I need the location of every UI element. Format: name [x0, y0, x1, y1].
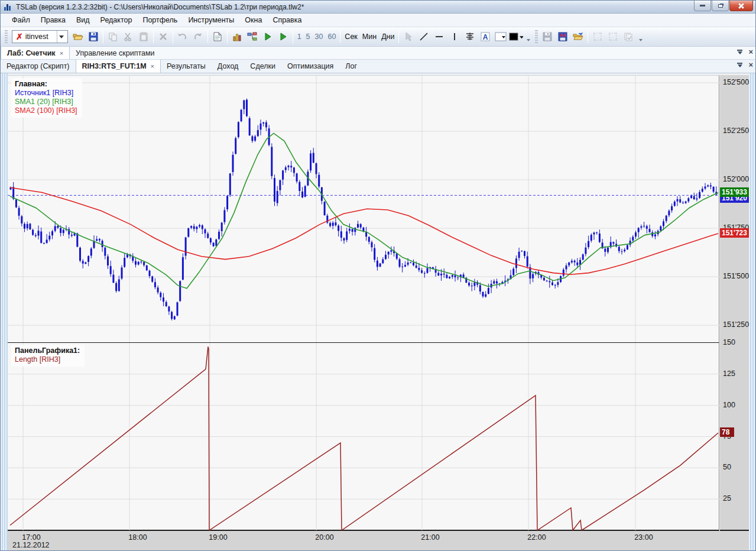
- indicator-legend: ПанельГрафика1:Length [RIH3]: [11, 345, 85, 367]
- time-tick-label: 22:00: [524, 533, 550, 542]
- itinvest-logo-icon: ✗: [16, 33, 23, 41]
- view-tabs: Редактор (Скрипт)RIH3:RTS_FUT:1M×Результ…: [1, 60, 756, 73]
- draw-levels-button[interactable]: [463, 30, 477, 44]
- menu-3[interactable]: Вид: [71, 14, 95, 26]
- save-layout-button: [540, 30, 554, 44]
- toolbar-separator: [207, 30, 208, 43]
- diagonal-line-icon: [419, 32, 429, 41]
- properties-button[interactable]: [210, 30, 225, 44]
- time-axis[interactable]: 21.12.2012 17:0018:0019:0020:0021:0022:0…: [8, 531, 749, 550]
- menu-4[interactable]: Редактор: [95, 14, 138, 26]
- bar-chart-icon: [232, 32, 242, 41]
- doc-tab-label: Лаб: Счетчик: [7, 49, 56, 57]
- view-tab-5[interactable]: Сделки: [244, 60, 281, 73]
- restore-button[interactable]: [712, 1, 729, 11]
- tab-menu-icon[interactable]: [737, 50, 742, 54]
- schema-button[interactable]: [245, 30, 259, 44]
- toolbar-separator: [398, 30, 399, 43]
- time-tick-label: 19:00: [205, 533, 231, 542]
- save-button[interactable]: [86, 30, 100, 44]
- menu-6[interactable]: Инструменты: [183, 14, 239, 26]
- floppy-icon: [543, 32, 552, 41]
- account-dropdown-arrow[interactable]: [57, 31, 66, 43]
- close-button[interactable]: [729, 1, 753, 11]
- fib-levels-icon: [465, 32, 475, 41]
- toolbar-separator: [293, 30, 293, 43]
- group-select-button: [590, 30, 605, 44]
- copy-pages-icon: [108, 32, 118, 41]
- view-tab-4[interactable]: Доход: [212, 60, 245, 73]
- save-as-button[interactable]: AS: [556, 30, 570, 44]
- copy-button: [106, 30, 120, 44]
- doc-tab-2[interactable]: Управление скриптами: [70, 47, 161, 59]
- view-tab-1[interactable]: Редактор (Скрипт): [1, 60, 76, 73]
- view-tab-2[interactable]: RIH3:RTS_FUT:1M×: [76, 60, 161, 73]
- toolbar-separator: [340, 30, 340, 43]
- play-icon: [279, 32, 287, 41]
- account-combo[interactable]: ✗ itinvest: [12, 30, 68, 43]
- view-tab-7[interactable]: Лог: [339, 60, 363, 73]
- view-tab-6[interactable]: Оптимизация: [281, 60, 339, 73]
- price-chart-panel[interactable]: Главная:Источник1 [RIH3]SMA1 (20) [RIH3]…: [8, 75, 719, 342]
- menu-5[interactable]: Портфель: [137, 14, 183, 26]
- toolbar-separator: [227, 30, 228, 43]
- candlestick-chart[interactable]: [8, 76, 719, 343]
- menu-2[interactable]: Правка: [35, 14, 71, 26]
- toolbar-overflow-icon[interactable]: [637, 30, 644, 44]
- toolbar-grip[interactable]: [5, 30, 8, 43]
- menu-8[interactable]: Справка: [267, 14, 307, 26]
- run-agent-button[interactable]: [276, 30, 290, 44]
- intervals-30-button[interactable]: 30: [313, 33, 326, 41]
- time-tick-label: 20:00: [312, 533, 338, 542]
- line-color-button[interactable]: [509, 30, 523, 44]
- panel-title: ПанельГрафика1:: [15, 346, 80, 355]
- intervals-1-button[interactable]: 1: [295, 33, 304, 41]
- units-сек-button[interactable]: Сек: [342, 33, 359, 41]
- doc-tab-1[interactable]: Лаб: Счетчик×: [1, 47, 70, 59]
- price-axis[interactable]: 152'500152'250152'000151'750151'500151'2…: [720, 75, 749, 531]
- time-tick-label: 23:00: [631, 533, 657, 542]
- cursor-arrow-icon: [404, 32, 413, 41]
- indicator-tick-label: 25: [723, 494, 731, 503]
- intervals-5-button[interactable]: 5: [304, 33, 313, 41]
- view-tab-3[interactable]: Результаты: [161, 60, 212, 73]
- cross-icon: [159, 33, 167, 41]
- view-tab-label: Доход: [218, 62, 239, 70]
- price-badge: 151'933: [720, 187, 749, 197]
- toolbar-separator: [173, 30, 173, 43]
- indicator-chart-panel[interactable]: ПанельГрафика1:Length [RIH3]: [8, 342, 719, 531]
- indicator-badge: 78: [720, 427, 734, 437]
- units-дни-button[interactable]: Дни: [379, 33, 397, 41]
- charts-button[interactable]: [230, 30, 244, 44]
- draw-vertical-line-button[interactable]: [447, 30, 462, 44]
- intervals-60-button[interactable]: 60: [325, 33, 338, 41]
- indicator-tick-label: 125: [723, 370, 735, 378]
- floppy-as-icon: AS: [558, 32, 567, 41]
- tab-close-icon[interactable]: ×: [151, 63, 154, 70]
- tabrow-close-icon[interactable]: ×: [748, 61, 753, 69]
- load-layout-button[interactable]: [571, 30, 585, 44]
- menu-1[interactable]: Файл: [7, 14, 35, 26]
- minimize-button[interactable]: [694, 1, 711, 11]
- window-frame-right: [749, 73, 756, 551]
- apply-sheets-button: [621, 30, 635, 44]
- draw-horizontal-line-button[interactable]: [432, 30, 446, 44]
- length-indicator-chart[interactable]: [8, 343, 719, 530]
- menu-7[interactable]: Окна: [239, 14, 267, 26]
- toolbar-overflow-icon[interactable]: [525, 30, 532, 44]
- draw-trend-line-button[interactable]: [417, 30, 431, 44]
- units-мин-button[interactable]: Мин: [360, 33, 379, 41]
- run-button[interactable]: [261, 30, 275, 44]
- tab-close-icon[interactable]: ×: [60, 50, 63, 57]
- open-button[interactable]: [71, 30, 85, 44]
- title-bar[interactable]: TSLab (версия 1.2.3.2:32bit) - C:\Users\…: [1, 1, 756, 14]
- dropdown-box-icon: [495, 31, 507, 42]
- time-tick-label: 17:00: [18, 533, 44, 542]
- tab-menu-icon[interactable]: [737, 63, 742, 67]
- view-tab-label: RIH3:RTS_FUT:1M: [82, 62, 147, 70]
- line-style-button[interactable]: [494, 30, 508, 44]
- draw-text-button[interactable]: A: [478, 30, 492, 44]
- toolbar-grip[interactable]: [535, 30, 538, 43]
- toolbar-separator: [103, 30, 103, 43]
- tabrow-close-icon[interactable]: ×: [748, 48, 753, 56]
